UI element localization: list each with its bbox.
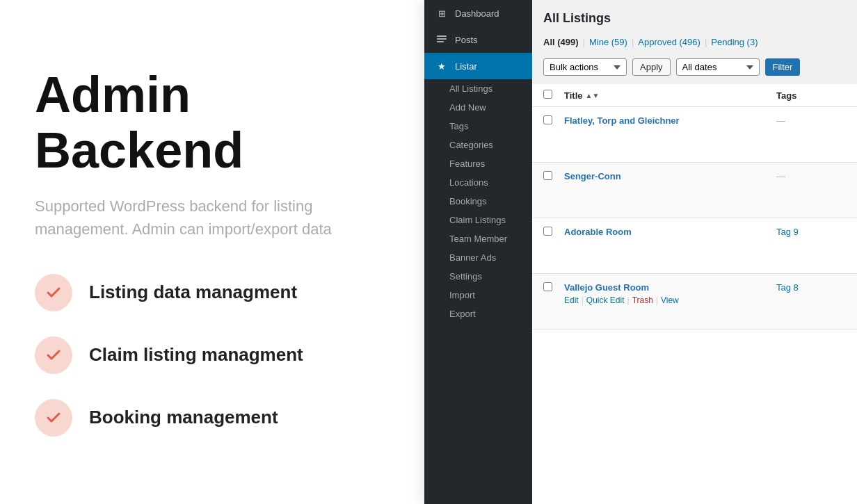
sidebar-item-listar[interactable]: ★ Listar — [424, 53, 532, 79]
table-row: Flatley, Torp and Gleichner — — [532, 107, 857, 163]
feature-item-claim-listing: Claim listing managment — [35, 336, 390, 374]
posts-icon — [435, 33, 448, 46]
check-circle-listing-data — [35, 274, 72, 311]
table-header: Title ▲▼ Tags — [532, 84, 857, 107]
row-check[interactable] — [543, 171, 564, 182]
svg-rect-1 — [437, 38, 447, 40]
row-check[interactable] — [543, 282, 564, 293]
feature-item-booking: Booking management — [35, 399, 390, 437]
svg-rect-2 — [437, 41, 444, 42]
feature-item-listing-data: Listing data managment — [35, 274, 390, 311]
sidebar-sub-categories[interactable]: Categories — [424, 136, 532, 154]
action-trash[interactable]: Trash — [632, 295, 653, 305]
tag-link[interactable]: Tag 8 — [776, 282, 799, 293]
filter-button[interactable]: Filter — [765, 58, 801, 76]
filter-link-all[interactable]: All (499) — [543, 37, 579, 47]
row-check[interactable] — [543, 115, 564, 127]
table-row: Vallejo Guest Room Edit|Quick Edit|Trash… — [532, 274, 857, 330]
bulk-actions-select[interactable]: Bulk actions — [543, 58, 627, 76]
row-no-tags: — — [776, 115, 785, 126]
dates-select[interactable]: All dates — [676, 58, 760, 76]
sidebar-sub-tags[interactable]: Tags — [424, 117, 532, 136]
sidebar-dashboard-label: Dashboard — [455, 8, 499, 19]
row-tags: — — [776, 171, 846, 181]
page-main-title: Admin Backend — [35, 67, 390, 177]
sidebar-sub-import[interactable]: Import — [424, 286, 532, 304]
filter-links: All (499)|Mine (59)|Approved (496)|Pendi… — [543, 37, 846, 47]
row-checkbox[interactable] — [543, 282, 552, 291]
table-row: Senger-Conn — — [532, 163, 857, 218]
header-title[interactable]: Title ▲▼ — [564, 90, 776, 101]
select-all-checkbox[interactable] — [543, 90, 552, 99]
feature-label-booking: Booking management — [89, 407, 278, 428]
action-sep: | — [627, 295, 630, 305]
sidebar-sub-features[interactable]: Features — [424, 154, 532, 173]
sidebar-listar-label: Listar — [455, 61, 477, 72]
row-tags: Tag 8 — [776, 282, 846, 293]
filter-sep: | — [632, 37, 634, 47]
check-circle-claim-listing — [35, 336, 72, 374]
sidebar-posts-label: Posts — [455, 35, 478, 45]
table-row: Adorable Room Tag 9 — [532, 218, 857, 274]
row-title-link[interactable]: Flatley, Torp and Gleichner — [564, 115, 776, 126]
row-title-link[interactable]: Adorable Room — [564, 227, 776, 237]
action-quick-edit[interactable]: Quick Edit — [586, 295, 625, 305]
row-no-tags: — — [776, 171, 785, 181]
row-check[interactable] — [543, 227, 564, 238]
sidebar-submenu: All ListingsAdd NewTagsCategoriesFeature… — [424, 79, 532, 323]
sidebar-sub-team-member[interactable]: Team Member — [424, 229, 532, 248]
row-tags: — — [776, 115, 846, 126]
check-circle-booking — [35, 399, 72, 437]
row-tags: Tag 9 — [776, 227, 846, 237]
filter-sep: | — [705, 37, 707, 47]
filter-link-approved[interactable]: Approved (496) — [638, 37, 700, 47]
feature-list: Listing data managment Claim listing man… — [35, 274, 390, 437]
page-subtitle: Supported WordPress backend for listing … — [35, 195, 390, 241]
row-title-col: Adorable Room — [564, 227, 776, 240]
action-sep: | — [656, 295, 658, 305]
row-title-col: Flatley, Torp and Gleichner — [564, 115, 776, 129]
row-checkbox[interactable] — [543, 171, 552, 180]
action-sep: | — [582, 295, 584, 305]
sidebar: ⊞ Dashboard Posts ★ Listar All ListingsA… — [424, 0, 532, 504]
sidebar-sub-claim-listings[interactable]: Claim Listings — [424, 211, 532, 229]
apply-button[interactable]: Apply — [632, 58, 671, 76]
right-panel: ⊞ Dashboard Posts ★ Listar All ListingsA… — [424, 0, 857, 504]
sidebar-item-posts[interactable]: Posts — [424, 26, 532, 53]
sidebar-sub-add-new[interactable]: Add New — [424, 98, 532, 117]
feature-label-claim-listing: Claim listing managment — [89, 344, 303, 366]
row-title-col: Senger-Conn — [564, 171, 776, 184]
row-title-col: Vallejo Guest Room Edit|Quick Edit|Trash… — [564, 282, 776, 305]
row-actions: Edit|Quick Edit|Trash|View — [564, 295, 776, 305]
sidebar-sub-export[interactable]: Export — [424, 304, 532, 323]
feature-label-listing-data: Listing data managment — [89, 282, 297, 303]
wp-main: All Listings All (499)|Mine (59)|Approve… — [532, 0, 857, 504]
sidebar-sub-locations[interactable]: Locations — [424, 173, 532, 192]
sidebar-sub-settings[interactable]: Settings — [424, 267, 532, 286]
row-title-link[interactable]: Vallejo Guest Room — [564, 282, 776, 293]
table-body: Flatley, Torp and Gleichner — Senger-Con… — [532, 107, 857, 330]
sidebar-sub-banner-ads[interactable]: Banner Ads — [424, 248, 532, 267]
row-checkbox[interactable] — [543, 227, 552, 236]
sidebar-sub-bookings[interactable]: Bookings — [424, 192, 532, 211]
svg-rect-0 — [437, 35, 447, 37]
tag-link[interactable]: Tag 9 — [776, 227, 799, 237]
listar-icon: ★ — [435, 60, 448, 72]
listings-table: Title ▲▼ Tags Flatley, Torp and Gleichne… — [532, 84, 857, 504]
sidebar-item-dashboard[interactable]: ⊞ Dashboard — [424, 0, 532, 26]
action-edit[interactable]: Edit — [564, 295, 579, 305]
title-sort[interactable]: Title ▲▼ — [564, 90, 599, 101]
row-checkbox[interactable] — [543, 115, 552, 124]
page-title: All Listings — [532, 0, 857, 29]
dashboard-icon: ⊞ — [435, 7, 448, 19]
header-tags: Tags — [776, 90, 846, 101]
filter-sep: | — [583, 37, 585, 47]
action-view[interactable]: View — [661, 295, 679, 305]
sidebar-sub-all-listings[interactable]: All Listings — [424, 79, 532, 98]
sort-icon: ▲▼ — [586, 92, 600, 99]
row-title-link[interactable]: Senger-Conn — [564, 171, 776, 181]
header-check[interactable] — [543, 90, 564, 101]
left-panel: Admin Backend Supported WordPress backen… — [0, 40, 424, 464]
filter-link-pending[interactable]: Pending (3) — [711, 37, 758, 47]
filter-link-mine[interactable]: Mine (59) — [589, 37, 627, 47]
